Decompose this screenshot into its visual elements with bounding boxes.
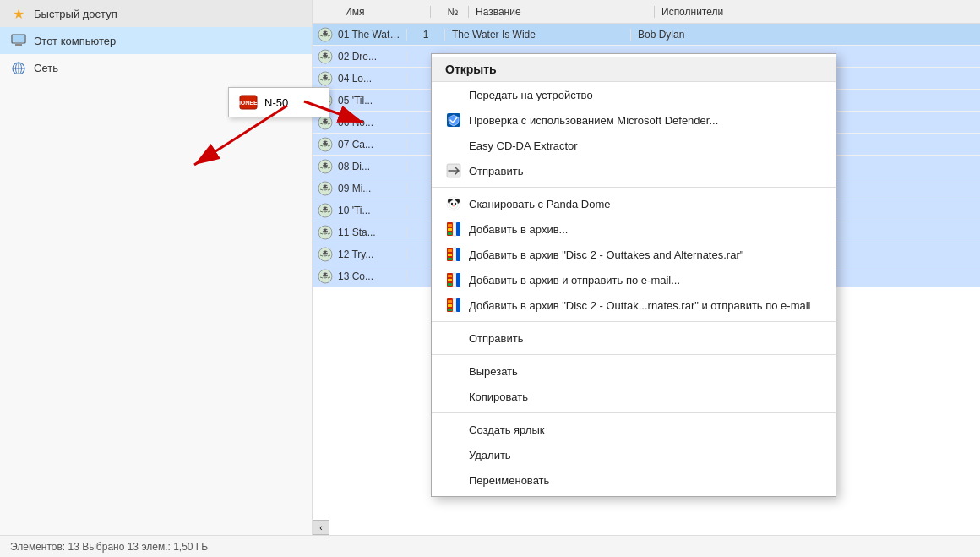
sidebar-item-this-pc[interactable]: Этот компьютер	[0, 27, 312, 54]
file-icon	[316, 179, 335, 198]
svg-point-90	[449, 200, 458, 209]
menu-item-add-archive-named[interactable]: Добавить в архив "Disc 2 - Outtakes and …	[432, 242, 836, 267]
menu-item-panda[interactable]: Сканировать с Panda Dome	[432, 191, 836, 216]
file-icon	[316, 245, 335, 264]
delete-icon	[445, 446, 462, 463]
menu-item-create-shortcut[interactable]: Создать ярлык	[432, 417, 836, 442]
svg-rect-3	[13, 35, 24, 42]
file-row-name: 08 Di...	[338, 161, 407, 172]
svg-point-47	[326, 163, 328, 165]
device-tooltip: PIONEER N-50	[228, 87, 329, 117]
svg-point-17	[326, 53, 328, 55]
svg-point-58	[323, 207, 324, 209]
svg-rect-103	[448, 249, 452, 252]
device-name-label: N-50	[264, 96, 288, 109]
context-menu: Открыть Передать на устройство Проверка …	[431, 53, 836, 497]
menu-item-label: Сканировать с Panda Dome	[469, 198, 611, 210]
svg-rect-111	[448, 283, 452, 286]
svg-point-41	[326, 141, 328, 143]
rename-icon	[445, 472, 462, 489]
svg-point-53	[326, 185, 328, 187]
menu-item-label: Копировать	[469, 390, 528, 403]
menu-item-add-archive-email[interactable]: Добавить в архив и отправить по e-mail..…	[432, 267, 836, 292]
winrar-icon-4	[445, 297, 462, 314]
menu-item-label: Добавить в архив "Disc 2 - Outtak...rnat…	[469, 299, 811, 312]
svg-rect-104	[448, 254, 452, 256]
file-row-name: 02 Dre...	[338, 51, 407, 63]
menu-item-label: Вырезать	[469, 365, 518, 378]
context-menu-header: Открыть	[432, 57, 836, 82]
sidebar-item-label: Этот компьютер	[34, 35, 116, 47]
winrar-icon	[445, 221, 462, 238]
status-text: Элементов: 13 Выбрано 13 элем.: 1,50 ГБ	[10, 541, 208, 553]
star-icon	[10, 5, 27, 22]
separator-2	[432, 321, 836, 322]
winrar-icon-2	[445, 246, 462, 263]
svg-rect-97	[448, 224, 452, 227]
svg-point-64	[323, 229, 324, 231]
svg-point-52	[323, 185, 324, 187]
winrar-icon-3	[445, 271, 462, 288]
col-header-name: Имя	[338, 6, 431, 18]
menu-item-send[interactable]: Отправить	[432, 158, 836, 183]
file-row-num: 1	[407, 29, 445, 41]
svg-rect-116	[448, 304, 452, 307]
menu-item-label: Добавить в архив и отправить по e-mail..…	[469, 274, 680, 287]
svg-rect-1	[15, 44, 22, 46]
sidebar-item-network[interactable]: Сеть	[0, 54, 312, 81]
menu-item-send2[interactable]: Отправить	[432, 325, 836, 351]
svg-point-34	[323, 119, 324, 121]
svg-rect-95	[453, 222, 456, 236]
file-list-header: Имя № Название Исполнители	[313, 0, 980, 24]
file-row-title: The Water Is Wide	[445, 29, 631, 41]
cut-icon	[445, 363, 462, 380]
menu-item-defender[interactable]: Проверка с использованием Microsoft Defe…	[432, 107, 836, 133]
menu-item-copy[interactable]: Копировать	[432, 384, 836, 409]
svg-point-65	[326, 229, 328, 231]
sidebar-item-quick-access[interactable]: Быстрый доступ	[0, 0, 312, 27]
col-header-num: №	[431, 6, 469, 18]
sidebar: Быстрый доступ Этот компьютер Сеть	[0, 0, 313, 557]
file-row-artist: Bob Dylan	[631, 29, 980, 41]
scroll-left-button[interactable]: ‹	[313, 520, 329, 535]
svg-point-71	[326, 251, 328, 253]
svg-rect-117	[448, 309, 452, 311]
svg-point-59	[326, 207, 328, 209]
transfer-icon	[445, 86, 462, 103]
file-icon	[316, 223, 335, 242]
sidebar-item-label: Сеть	[34, 62, 58, 74]
menu-item-add-archive[interactable]: Добавить в архив...	[432, 216, 836, 242]
svg-rect-113	[453, 298, 456, 312]
menu-item-label: Отправить	[469, 332, 523, 345]
file-row-name: 12 Try...	[338, 248, 407, 260]
menu-item-transfer[interactable]: Передать на устройство	[432, 82, 836, 107]
svg-point-40	[323, 141, 324, 143]
file-row-name: 04 Lo...	[338, 73, 407, 85]
menu-item-easycdda[interactable]: Easy CD-DA Extractor	[432, 133, 836, 158]
file-icon	[316, 267, 335, 286]
svg-point-92	[455, 203, 456, 205]
panda-icon	[445, 195, 462, 212]
svg-rect-107	[453, 273, 456, 287]
file-row-name: 05 'Til...	[338, 95, 407, 106]
menu-item-cut[interactable]: Вырезать	[432, 358, 836, 384]
table-row[interactable]: 01 The Water Is Wide 1 The Water Is Wide…	[313, 24, 980, 46]
svg-rect-115	[448, 300, 452, 303]
send2-icon	[445, 330, 462, 347]
menu-item-rename[interactable]: Переименовать	[432, 467, 836, 493]
menu-item-label: Удалить	[469, 449, 511, 461]
file-icon	[316, 25, 335, 44]
shortcut-icon	[445, 421, 462, 438]
menu-item-label: Добавить в архив...	[469, 223, 568, 236]
menu-item-label: Проверка с использованием Microsoft Defe…	[469, 114, 718, 127]
menu-item-add-archive-named-email[interactable]: Добавить в архив "Disc 2 - Outtak...rnat…	[432, 292, 836, 318]
svg-rect-98	[448, 228, 452, 231]
easycdda-icon	[445, 137, 462, 154]
svg-rect-101	[453, 248, 456, 261]
svg-rect-96	[456, 222, 460, 236]
svg-rect-108	[456, 273, 460, 287]
menu-item-label: Переименовать	[469, 474, 549, 487]
svg-point-22	[323, 75, 324, 77]
separator	[432, 187, 836, 188]
menu-item-delete[interactable]: Удалить	[432, 442, 836, 467]
